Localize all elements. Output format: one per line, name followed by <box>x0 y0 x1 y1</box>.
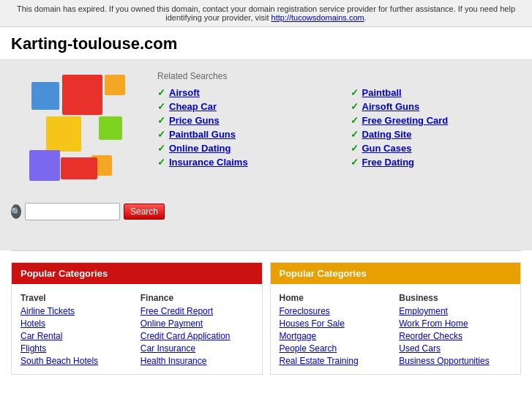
search-link-airsoft: ✓ Airsoft <box>157 87 329 98</box>
banner-link[interactable]: http://tucowsdomains.com <box>271 13 364 22</box>
related-searches-heading: Related Searches <box>157 71 521 81</box>
popular-box-left: Popular Categories Travel Airline Ticket… <box>11 262 263 375</box>
search-link-online-dating: ✓ Online Dating <box>157 143 329 154</box>
link-car-rental[interactable]: Car Rental <box>20 331 133 341</box>
check-icon: ✓ <box>351 129 359 140</box>
link-price-guns[interactable]: Price Guns <box>169 115 220 126</box>
link-airsoft-guns[interactable]: Airsoft Guns <box>362 101 420 112</box>
search-link-free-greeting-card: ✓ Free Greeting Card <box>351 115 522 126</box>
link-employment[interactable]: Employment <box>399 306 512 316</box>
home-column: Home Foreclosures Houses For Sale Mortga… <box>280 290 392 368</box>
business-heading: Business <box>399 293 512 303</box>
link-paintball[interactable]: Paintball <box>362 87 402 98</box>
search-input[interactable] <box>25 203 120 220</box>
link-used-cars[interactable]: Used Cars <box>399 343 512 354</box>
logo-block-red <box>62 75 102 115</box>
popular-right-body: Home Foreclosures Houses For Sale Mortga… <box>271 284 521 374</box>
link-people-search[interactable]: People Search <box>280 343 392 354</box>
link-south-beach-hotels[interactable]: South Beach Hotels <box>20 356 133 366</box>
logo-block-red-bot <box>61 157 97 179</box>
search-link-dating-site: ✓ Dating Site <box>351 129 522 140</box>
link-online-payment[interactable]: Online Payment <box>141 318 253 329</box>
check-icon: ✓ <box>157 101 165 112</box>
logo-block-orange-top <box>105 75 125 95</box>
link-cheap-car[interactable]: Cheap Car <box>169 101 217 112</box>
link-insurance-claims[interactable]: Insurance Claims <box>169 157 248 168</box>
search-link-airsoft-guns: ✓ Airsoft Guns <box>351 101 522 112</box>
search-link-free-dating: ✓ Free Dating <box>351 157 522 168</box>
search-link-price-guns: ✓ Price Guns <box>157 115 329 126</box>
popular-section: Popular Categories Travel Airline Ticket… <box>0 251 532 386</box>
link-airsoft[interactable]: Airsoft <box>169 87 200 98</box>
check-icon: ✓ <box>351 101 359 112</box>
link-dating-site[interactable]: Dating Site <box>362 129 412 140</box>
check-icon: ✓ <box>157 115 165 126</box>
search-area: 🔍 Search <box>11 203 143 220</box>
site-title: Karting-toulouse.com <box>11 34 521 53</box>
top-banner: This domain has expired. If you owned th… <box>0 0 532 27</box>
link-airline-tickets[interactable]: Airline Tickets <box>20 306 133 316</box>
logo-block-purple <box>29 150 60 181</box>
link-free-dating[interactable]: Free Dating <box>362 157 415 168</box>
related-searches: Related Searches ✓ Airsoft ✓ Paintball ✓… <box>157 71 521 168</box>
link-free-greeting-card[interactable]: Free Greeting Card <box>362 115 449 126</box>
link-real-estate-training[interactable]: Real Estate Training <box>280 356 392 366</box>
finance-column: Finance Free Credit Report Online Paymen… <box>141 290 253 368</box>
search-button[interactable]: Search <box>124 204 165 220</box>
check-icon: ✓ <box>351 143 359 154</box>
link-hotels[interactable]: Hotels <box>20 318 133 329</box>
link-mortgage[interactable]: Mortgage <box>280 331 392 341</box>
link-paintball-guns[interactable]: Paintball Guns <box>169 129 236 140</box>
link-foreclosures[interactable]: Foreclosures <box>280 306 392 316</box>
popular-left-body: Travel Airline Tickets Hotels Car Rental… <box>12 284 262 374</box>
popular-left-header: Popular Categories <box>12 263 262 284</box>
logo-block-yellow <box>46 116 81 152</box>
check-icon: ✓ <box>157 157 165 168</box>
check-icon: ✓ <box>351 115 359 126</box>
popular-right-header: Popular Categories <box>271 263 521 284</box>
popular-box-right: Popular Categories Home Foreclosures Hou… <box>270 262 522 375</box>
check-icon: ✓ <box>351 87 359 98</box>
check-icon: ✓ <box>157 129 165 140</box>
search-link-gun-cases: ✓ Gun Cases <box>351 143 522 154</box>
link-reorder-checks[interactable]: Reorder Checks <box>399 331 512 341</box>
link-online-dating[interactable]: Online Dating <box>169 143 231 154</box>
search-link-cheap-car: ✓ Cheap Car <box>157 101 329 112</box>
link-free-credit-report[interactable]: Free Credit Report <box>141 306 253 316</box>
finance-heading: Finance <box>141 293 253 303</box>
logo-block-green <box>99 116 122 140</box>
link-health-insurance[interactable]: Health Insurance <box>141 356 253 366</box>
search-icon: 🔍 <box>11 204 21 219</box>
search-link-insurance-claims: ✓ Insurance Claims <box>157 157 329 168</box>
search-link-paintball-guns: ✓ Paintball Guns <box>157 129 329 140</box>
search-links-grid: ✓ Airsoft ✓ Paintball ✓ Cheap Car ✓ Airs… <box>157 87 521 168</box>
search-link-paintball: ✓ Paintball <box>351 87 522 98</box>
link-business-opportunities[interactable]: Business Opportunities <box>399 356 512 366</box>
main-content: 🔍 Search Related Searches ✓ Airsoft ✓ Pa… <box>0 60 532 250</box>
link-gun-cases[interactable]: Gun Cases <box>362 143 412 154</box>
logo-area: 🔍 Search <box>11 71 143 220</box>
banner-text: This domain has expired. If you owned th… <box>17 4 515 22</box>
link-flights[interactable]: Flights <box>20 343 133 354</box>
home-heading: Home <box>280 293 392 303</box>
travel-heading: Travel <box>20 293 133 303</box>
link-work-from-home[interactable]: Work From Home <box>399 318 512 329</box>
link-credit-card-application[interactable]: Credit Card Application <box>141 331 253 341</box>
check-icon: ✓ <box>157 87 165 98</box>
check-icon: ✓ <box>157 143 165 154</box>
link-houses-for-sale[interactable]: Houses For Sale <box>280 318 392 329</box>
logo-grid <box>18 71 135 195</box>
business-column: Business Employment Work From Home Reord… <box>399 290 512 368</box>
check-icon: ✓ <box>351 157 359 168</box>
header: Karting-toulouse.com <box>0 27 532 60</box>
link-car-insurance[interactable]: Car Insurance <box>141 343 253 354</box>
travel-column: Travel Airline Tickets Hotels Car Rental… <box>20 290 133 368</box>
logo-block-blue-top <box>31 82 59 110</box>
